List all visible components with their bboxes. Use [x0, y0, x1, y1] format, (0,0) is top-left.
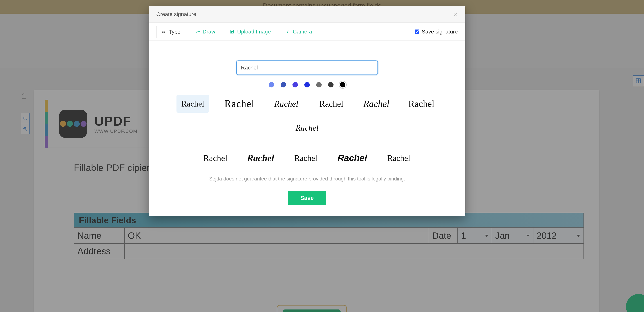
modal-body: RachelRachelRachelRachelRachelRachelRach…: [149, 41, 465, 216]
tab-upload-image[interactable]: Upload Image: [225, 26, 275, 38]
svg-rect-10: [230, 30, 234, 33]
tab-camera-label: Camera: [293, 29, 312, 35]
signature-method-tabs: Type Draw Upload Image Camera Save signa…: [149, 23, 465, 41]
save-signature-label: Save signature: [422, 29, 458, 35]
tab-type[interactable]: Type: [156, 26, 185, 38]
image-icon: [229, 29, 235, 34]
signature-style-option[interactable]: Rachel: [291, 119, 323, 137]
signature-style-option[interactable]: Rachel: [176, 95, 209, 113]
color-swatch[interactable]: [280, 82, 286, 87]
signature-color-picker: [160, 82, 454, 87]
signature-style-option[interactable]: Rachel: [270, 95, 302, 113]
svg-point-11: [231, 31, 232, 31]
tab-upload-label: Upload Image: [237, 29, 271, 35]
signature-style-option[interactable]: Rachel: [199, 149, 232, 167]
signature-style-option[interactable]: Rachel: [244, 149, 277, 167]
signature-style-option[interactable]: Rachel: [334, 149, 370, 167]
svg-point-13: [287, 31, 288, 32]
signature-style-option[interactable]: Rachel: [315, 95, 348, 113]
color-swatch[interactable]: [269, 82, 274, 87]
color-swatch[interactable]: [328, 82, 334, 87]
close-icon[interactable]: ×: [454, 10, 458, 18]
signature-style-option[interactable]: Rachel: [222, 95, 257, 113]
draw-icon: [195, 29, 200, 34]
modal-title: Create signature: [156, 11, 196, 17]
save-button[interactable]: Save: [288, 191, 326, 205]
signature-style-grid: RachelRachelRachelRachelRachelRachelRach…: [160, 95, 454, 167]
tab-draw-label: Draw: [202, 29, 215, 35]
tab-camera[interactable]: Camera: [280, 26, 316, 38]
modal-header: Create signature ×: [149, 6, 465, 23]
signature-name-input[interactable]: [236, 60, 378, 75]
signature-style-option[interactable]: Rachel: [360, 95, 392, 113]
camera-icon: [285, 29, 290, 34]
signature-style-option[interactable]: Rachel: [290, 149, 322, 167]
save-signature-toggle[interactable]: Save signature: [415, 29, 458, 35]
color-swatch[interactable]: [292, 82, 298, 87]
tab-draw[interactable]: Draw: [190, 26, 220, 38]
color-swatch[interactable]: [316, 82, 322, 87]
color-swatch[interactable]: [304, 82, 310, 87]
legal-disclaimer: Sejda does not guarantee that the signat…: [160, 176, 454, 182]
keyboard-icon: [161, 30, 166, 34]
color-swatch[interactable]: [340, 82, 346, 87]
create-signature-modal: Create signature × Type Draw Upload Imag…: [149, 6, 465, 216]
save-signature-checkbox[interactable]: [415, 29, 419, 34]
signature-style-option[interactable]: Rachel: [382, 149, 415, 167]
tab-type-label: Type: [169, 29, 180, 35]
signature-style-option[interactable]: Rachel: [405, 95, 438, 113]
